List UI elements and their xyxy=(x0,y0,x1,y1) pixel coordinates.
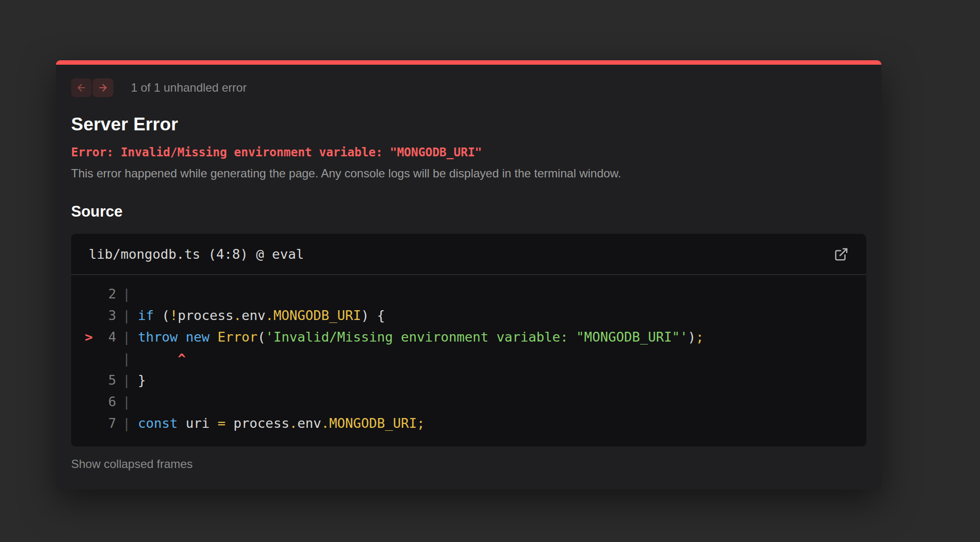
code-line: 6| xyxy=(71,391,866,412)
error-type-heading: Server Error xyxy=(71,114,866,135)
error-pagination: 1 of 1 unhandled error xyxy=(71,78,866,98)
source-code-frame: lib/mongodb.ts (4:8) @ eval 2|3|if (!pro… xyxy=(71,234,866,446)
code-line: 5|} xyxy=(71,369,866,391)
code-line: 7|const uri = process.env.MONGODB_URI; xyxy=(71,412,866,434)
dialog-content: 1 of 1 unhandled error Server Error Erro… xyxy=(56,65,881,490)
previous-error-button[interactable] xyxy=(71,78,92,97)
source-file-header: lib/mongodb.ts (4:8) @ eval xyxy=(71,234,866,275)
next-error-button[interactable] xyxy=(93,78,113,97)
code-line: 2| xyxy=(71,283,866,304)
error-nav-buttons xyxy=(71,78,113,97)
source-code-listing: 2|3|if (!process.env.MONGODB_URI) {>4|th… xyxy=(71,275,866,446)
error-accent-bar xyxy=(56,60,881,65)
source-heading: Source xyxy=(71,203,866,221)
code-line: >4|throw new Error('Invalid/Missing envi… xyxy=(71,326,866,347)
code-line: | ^ xyxy=(71,347,866,369)
error-overlay-dialog: 1 of 1 unhandled error Server Error Erro… xyxy=(56,60,881,490)
error-message: Error: Invalid/Missing environment varia… xyxy=(71,146,866,159)
arrow-right-icon xyxy=(98,82,108,93)
show-collapsed-frames-button[interactable]: Show collapsed frames xyxy=(71,457,193,471)
arrow-left-icon xyxy=(76,82,87,93)
code-line: 3|if (!process.env.MONGODB_URI) { xyxy=(71,304,866,326)
external-link-icon xyxy=(834,247,849,262)
source-file-label: lib/mongodb.ts (4:8) @ eval xyxy=(89,246,304,262)
error-count-label: 1 of 1 unhandled error xyxy=(131,81,247,95)
error-description: This error happened while generating the… xyxy=(71,167,866,180)
open-in-editor-button[interactable] xyxy=(834,247,849,262)
